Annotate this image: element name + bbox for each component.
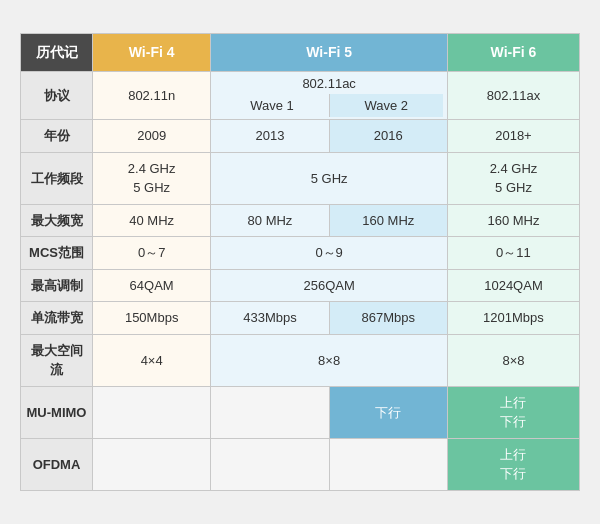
header-wifi5: Wi-Fi 5 xyxy=(211,34,448,72)
val-mod-wifi5: 256QAM xyxy=(211,269,448,302)
header-history: 历代记 xyxy=(21,34,93,72)
val-sp-wifi4: 4×4 xyxy=(93,334,211,386)
val-bw-wifi5-wave1: 80 MHz xyxy=(211,204,329,237)
val-freq-wifi6: 2.4 GHz5 GHz xyxy=(447,152,579,204)
val-sbw-wifi5-wave2: 867Mbps xyxy=(329,302,447,335)
val-year-wifi4: 2009 xyxy=(93,120,211,153)
comparison-table: 历代记 Wi-Fi 4 Wi-Fi 5 Wi-Fi 6 协议 802.11n 8… xyxy=(20,33,580,491)
val-bw-wifi5-wave2: 160 MHz xyxy=(329,204,447,237)
val-bw-wifi6: 160 MHz xyxy=(447,204,579,237)
val-mcs-wifi5: 0～9 xyxy=(211,237,448,270)
val-year-wifi6: 2018+ xyxy=(447,120,579,153)
val-ofdma-wifi5-wave1 xyxy=(211,438,329,490)
label-stream-bw: 单流带宽 xyxy=(21,302,93,335)
val-mcs-wifi4: 0～7 xyxy=(93,237,211,270)
val-mumimo-wifi5-wave1 xyxy=(211,386,329,438)
val-mcs-wifi6: 0～11 xyxy=(447,237,579,270)
val-ofdma-wifi6: 上行下行 xyxy=(447,438,579,490)
label-ofdma: OFDMA xyxy=(21,438,93,490)
label-freq: 工作频段 xyxy=(21,152,93,204)
val-year-wifi5-wave1: 2013 xyxy=(211,120,329,153)
val-protocol-wifi4: 802.11n xyxy=(93,72,211,120)
val-sbw-wifi6: 1201Mbps xyxy=(447,302,579,335)
val-ofdma-wifi4 xyxy=(93,438,211,490)
val-mumimo-wifi5-wave2: 下行 xyxy=(329,386,447,438)
label-year: 年份 xyxy=(21,120,93,153)
val-sp-wifi6: 8×8 xyxy=(447,334,579,386)
val-ofdma-wifi5-wave2 xyxy=(329,438,447,490)
header-wifi4: Wi-Fi 4 xyxy=(93,34,211,72)
val-sbw-wifi5-wave1: 433Mbps xyxy=(211,302,329,335)
val-protocol-wifi5: 802.11ac Wave 1 Wave 2 xyxy=(211,72,448,120)
label-bandwidth: 最大频宽 xyxy=(21,204,93,237)
val-protocol-wifi6: 802.11ax xyxy=(447,72,579,120)
val-sp-wifi5: 8×8 xyxy=(211,334,448,386)
label-mumimo: MU-MIMO xyxy=(21,386,93,438)
label-modulation: 最高调制 xyxy=(21,269,93,302)
val-mod-wifi4: 64QAM xyxy=(93,269,211,302)
header-wifi6: Wi-Fi 6 xyxy=(447,34,579,72)
label-mcs: MCS范围 xyxy=(21,237,93,270)
val-mumimo-wifi4 xyxy=(93,386,211,438)
val-sbw-wifi4: 150Mbps xyxy=(93,302,211,335)
label-spatial: 最大空间流 xyxy=(21,334,93,386)
label-protocol: 协议 xyxy=(21,72,93,120)
val-bw-wifi4: 40 MHz xyxy=(93,204,211,237)
val-mod-wifi6: 1024QAM xyxy=(447,269,579,302)
val-freq-wifi4: 2.4 GHz5 GHz xyxy=(93,152,211,204)
val-freq-wifi5: 5 GHz xyxy=(211,152,448,204)
val-mumimo-wifi6: 上行下行 xyxy=(447,386,579,438)
val-year-wifi5-wave2: 2016 xyxy=(329,120,447,153)
